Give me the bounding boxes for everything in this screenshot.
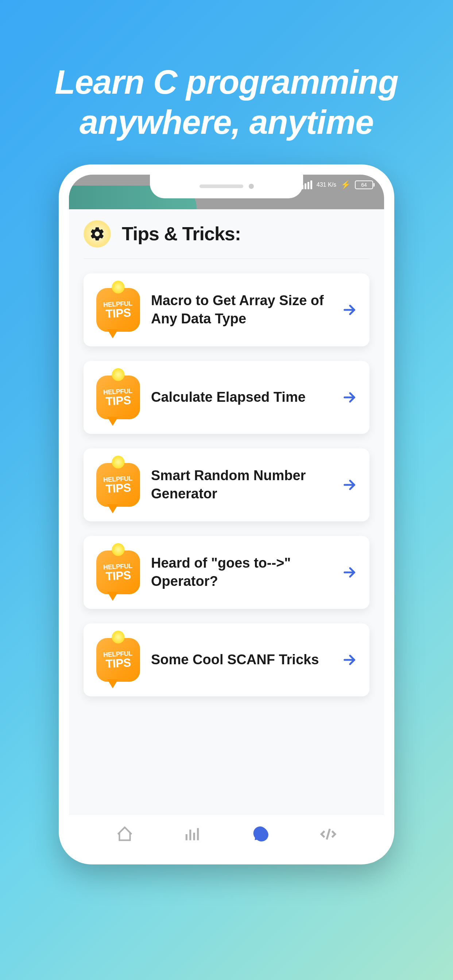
status-bar: 431 K/s ⚡ 64	[299, 180, 373, 189]
lightbulb-icon	[112, 543, 125, 556]
tip-card[interactable]: HELPFUL TIPS Heard of "goes to-->" Opera…	[83, 536, 370, 609]
nav-code[interactable]	[317, 823, 339, 845]
arrow-right-icon	[342, 652, 357, 667]
phone-screen: 431 K/s ⚡ 64 Tips & Tricks:	[69, 175, 384, 854]
tip-title: Some Cool SCANF Tricks	[151, 651, 331, 669]
tip-card[interactable]: HELPFUL TIPS Some Cool SCANF Tricks	[83, 624, 370, 696]
content-area: Tips & Tricks: HELPFUL TIPS Macro to Get…	[69, 209, 384, 814]
signal-icon	[299, 180, 312, 189]
helpful-tips-icon: HELPFUL TIPS	[96, 288, 140, 332]
helpful-tips-icon: HELPFUL TIPS	[96, 463, 140, 507]
phone-frame: 431 K/s ⚡ 64 Tips & Tricks:	[59, 164, 394, 864]
charging-icon: ⚡	[341, 180, 351, 189]
lightbulb-icon	[112, 631, 125, 643]
helpful-tips-icon: HELPFUL TIPS	[96, 375, 140, 419]
nav-tips[interactable]	[249, 823, 271, 845]
hero-title: Learn C programming anywhere, anytime	[0, 62, 453, 143]
tip-card[interactable]: HELPFUL TIPS Macro to Get Array Size of …	[83, 274, 370, 346]
settings-button[interactable]	[83, 220, 111, 248]
lightbulb-icon	[112, 368, 125, 381]
tip-title: Calculate Elapsed Time	[151, 388, 331, 406]
arrow-right-icon	[342, 565, 357, 580]
section-header: Tips & Tricks:	[83, 220, 370, 259]
lightbulb-icon	[112, 456, 125, 468]
battery-level: 64	[361, 182, 367, 188]
section-title: Tips & Tricks:	[122, 223, 241, 245]
tip-card[interactable]: HELPFUL TIPS Smart Random Number Generat…	[83, 449, 370, 521]
lightbulb-icon	[112, 281, 125, 293]
tip-title: Heard of "goes to-->" Operator?	[151, 554, 331, 590]
battery-icon: 64	[355, 180, 373, 189]
status-bar-area: 431 K/s ⚡ 64	[69, 175, 384, 209]
tip-card[interactable]: HELPFUL TIPS Calculate Elapsed Time	[83, 361, 370, 434]
arrow-right-icon	[342, 390, 357, 405]
helpful-tips-icon: HELPFUL TIPS	[96, 550, 140, 594]
phone-notch	[150, 175, 303, 198]
arrow-right-icon	[342, 477, 357, 492]
bottom-nav	[69, 814, 384, 854]
arrow-right-icon	[342, 302, 357, 317]
svg-line-9	[327, 829, 330, 840]
nav-home[interactable]	[114, 823, 136, 845]
helpful-tips-icon: HELPFUL TIPS	[96, 638, 140, 682]
tips-icon	[251, 825, 270, 843]
gear-icon	[89, 226, 105, 242]
stats-icon	[183, 825, 202, 843]
tip-title: Smart Random Number Generator	[151, 467, 331, 503]
network-speed: 431 K/s	[317, 181, 336, 188]
home-icon	[116, 825, 134, 843]
tip-title: Macro to Get Array Size of Any Data Type	[151, 292, 331, 328]
nav-stats[interactable]	[182, 823, 204, 845]
code-icon	[319, 825, 337, 843]
